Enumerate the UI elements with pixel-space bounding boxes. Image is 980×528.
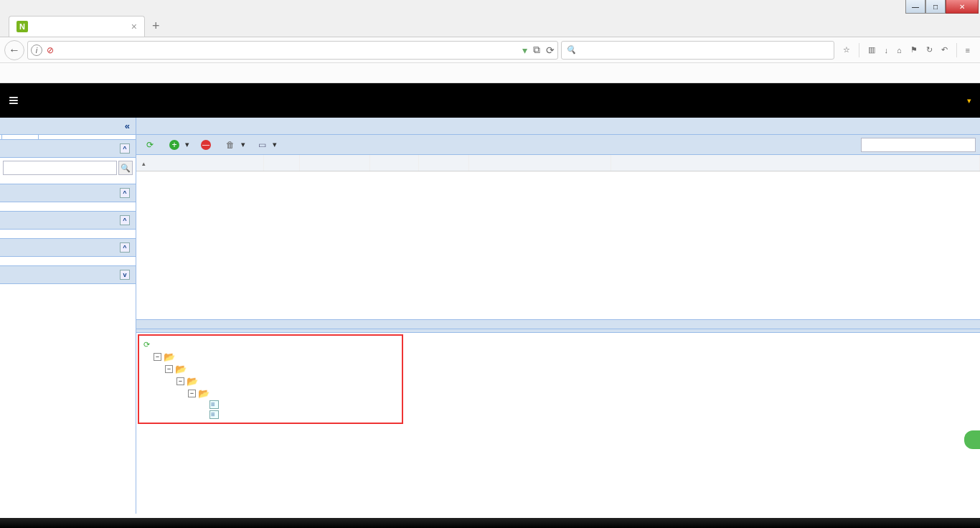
browser-toolbar: ☆ ▥ ↓ ⌂ ⚑ ↻ ↶ ≡ xyxy=(837,43,976,57)
user-area: ▾ xyxy=(967,96,971,105)
browser-tab-strip: N × + xyxy=(0,16,980,37)
pocket-icon[interactable]: ⚑ xyxy=(910,45,918,55)
library-icon[interactable]: ▥ xyxy=(868,45,875,55)
col-path[interactable] xyxy=(611,155,980,171)
add-button[interactable]: + ▾ xyxy=(165,138,194,151)
appexus-header: ≡ ▾ xyxy=(0,83,980,118)
left-nav: « ^ 🔍 ^ ^ ^ v xyxy=(0,118,136,514)
repo-tree: −📂 −📂 −📂 −📂 xyxy=(142,351,399,420)
taskbar xyxy=(0,518,980,528)
col-format[interactable] xyxy=(370,155,419,171)
section-artifact-search[interactable]: ^ xyxy=(0,140,136,158)
shield-icon[interactable]: ▾ xyxy=(522,44,527,56)
brand-header: « xyxy=(0,118,136,135)
section-admin[interactable]: ^ xyxy=(0,239,136,257)
search-icon[interactable]: 🔍 xyxy=(118,161,133,175)
reload-icon[interactable]: ⟳ xyxy=(546,44,555,56)
grid-header xyxy=(136,155,980,171)
tab-close-icon[interactable]: × xyxy=(131,21,137,32)
insecure-icon: ⊘ xyxy=(47,45,54,55)
logo-icon: ≡ xyxy=(9,90,16,110)
sync-icon[interactable]: ↻ xyxy=(926,45,933,55)
col-status[interactable] xyxy=(469,155,611,171)
browser-search-input[interactable]: 🔍 xyxy=(561,41,834,60)
hamburger-icon[interactable]: ≡ xyxy=(966,46,970,55)
site-info-icon[interactable]: i xyxy=(31,44,42,56)
content-tab-strip xyxy=(136,118,980,135)
download-icon[interactable]: ↓ xyxy=(884,46,888,55)
section-views[interactable]: ^ xyxy=(0,184,136,202)
window-close-button[interactable]: ✕ xyxy=(946,0,979,14)
back-button[interactable]: ← xyxy=(4,40,24,60)
repo-toolbar: ⟳ + ▾ — 🗑 ▾ ▭ ▾ xyxy=(136,135,980,155)
section-security[interactable]: ^ xyxy=(0,212,136,230)
delete-button[interactable]: — xyxy=(197,138,218,151)
favicon-icon: N xyxy=(17,21,28,32)
home-icon[interactable]: ⌂ xyxy=(897,46,902,55)
section-help[interactable]: v xyxy=(0,266,136,284)
detail-tab-strip xyxy=(136,329,980,333)
advanced-search-link[interactable] xyxy=(3,175,133,178)
browse-index-panel: ⟳ −📂 −📂 −📂 −📂 xyxy=(138,334,403,424)
user-managed-button[interactable]: ▭ ▾ xyxy=(253,138,281,151)
refresh-button[interactable]: ⟳ xyxy=(141,138,162,151)
window-maximize-button[interactable]: □ xyxy=(925,0,946,14)
content-area: ⟳ + ▾ — 🗑 ▾ ▭ ▾ ⟳ −📂 −📂 xyxy=(136,118,980,514)
artifact-search-input[interactable] xyxy=(3,161,117,175)
tree-node[interactable]: −📂 xyxy=(176,375,399,387)
browser-menu-bar xyxy=(0,0,980,16)
url-bar: ← i ⊘ ▾ ⧉ ⟳ 🔍 ☆ ▥ ↓ ⌂ ⚑ ↻ ↶ ≡ xyxy=(0,37,980,63)
star-icon[interactable]: ☆ xyxy=(843,45,850,55)
trash-button[interactable]: 🗑 ▾ xyxy=(221,138,250,151)
url-actions: ▾ ⧉ ⟳ xyxy=(522,44,555,56)
bookmarks-bar xyxy=(0,63,980,83)
grid-body xyxy=(136,171,980,319)
tree-node[interactable]: −📂 xyxy=(154,351,399,363)
tree-node[interactable]: −📂 xyxy=(165,363,399,375)
search-icon: 🔍 xyxy=(566,45,576,55)
collapse-icon[interactable]: « xyxy=(125,121,130,131)
col-health[interactable] xyxy=(300,155,370,171)
new-tab-button[interactable]: + xyxy=(145,16,167,37)
tree-node[interactable]: −📂 xyxy=(188,387,399,400)
share-icon[interactable]: ↶ xyxy=(941,45,948,55)
qr-icon[interactable]: ⧉ xyxy=(533,44,540,56)
detail-title xyxy=(136,319,980,329)
col-type[interactable] xyxy=(264,155,300,171)
browser-tab[interactable]: N × xyxy=(9,16,145,37)
window-controls: — □ ✕ xyxy=(905,0,979,14)
grid-search-input[interactable] xyxy=(861,138,976,152)
tree-leaf[interactable] xyxy=(199,400,399,410)
window-minimize-button[interactable]: — xyxy=(905,0,925,14)
nexus-logo: ≡ xyxy=(9,90,22,110)
side-badge[interactable] xyxy=(964,430,980,449)
col-policy[interactable] xyxy=(419,155,469,171)
url-field[interactable]: i ⊘ ▾ ⧉ ⟳ xyxy=(27,41,558,60)
tree-refresh-button[interactable]: ⟳ xyxy=(142,339,399,351)
col-repository[interactable] xyxy=(136,155,264,171)
tree-leaf[interactable] xyxy=(199,410,399,420)
